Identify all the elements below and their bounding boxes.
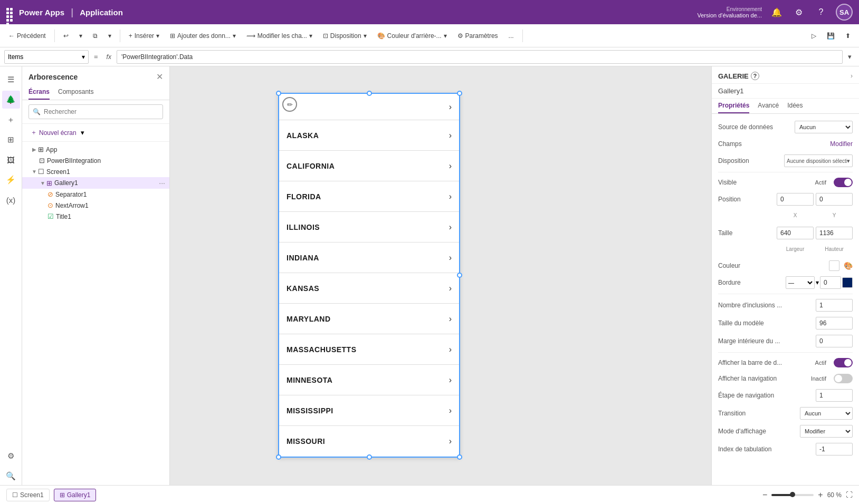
preview-button[interactable]: ▷	[807, 30, 820, 42]
layout-label: Disposition	[718, 157, 780, 164]
props-expand-icon[interactable]: ›	[851, 72, 853, 80]
back-button[interactable]: ← Précédent	[4, 30, 50, 42]
tree-item-nextarrow1[interactable]: ⊙ NextArrow1	[22, 200, 169, 211]
tree-item-gallery1[interactable]: ▼ ⊞ Gallery1 ···	[22, 177, 169, 189]
resize-handle-tl[interactable]	[276, 91, 281, 96]
tab-advanced[interactable]: Avancé	[758, 99, 779, 113]
source-select[interactable]: Aucun	[795, 121, 853, 133]
more-button[interactable]: ...	[504, 30, 518, 42]
undo-button[interactable]: ↩	[59, 30, 73, 42]
list-item[interactable]: ILLINOIS ›	[279, 212, 459, 243]
color-swatch[interactable]	[829, 260, 839, 271]
insert-button[interactable]: + Insérer ▾	[125, 30, 164, 42]
nav-step-input[interactable]	[816, 389, 853, 402]
fullscreen-button[interactable]: ⛶	[846, 491, 853, 499]
color-picker-icon[interactable]: 🎨	[844, 261, 853, 270]
copy-dropdown[interactable]: ▾	[104, 30, 116, 42]
sidebar-btn-settings[interactable]: ⚙	[2, 447, 20, 465]
list-item[interactable]: KANSAS ›	[279, 273, 459, 304]
list-item[interactable]: FLORIDA ›	[279, 181, 459, 212]
nav-toggle[interactable]	[834, 374, 853, 383]
sidebar-btn-search[interactable]: 🔍	[2, 467, 20, 485]
border-width-input[interactable]	[820, 276, 841, 289]
avatar[interactable]: SA	[836, 4, 853, 21]
inclusions-input[interactable]	[816, 299, 853, 312]
undo-dropdown[interactable]: ▾	[75, 30, 87, 42]
tab-components[interactable]: Composants	[58, 85, 93, 100]
gallery-item-template[interactable]: ›	[279, 94, 459, 120]
tree-close-icon[interactable]: ✕	[156, 72, 163, 82]
resize-handle-tr[interactable]	[457, 91, 462, 96]
arrow-icon: ›	[449, 253, 452, 263]
parameters-button[interactable]: ⚙ Paramètres	[453, 30, 502, 42]
gallery-edit-button[interactable]: ✏	[282, 97, 297, 112]
border-style-select[interactable]: —	[786, 276, 815, 289]
sidebar-btn-insert[interactable]: ＋	[2, 111, 20, 129]
sidebar-btn-powerautomate[interactable]: ⚡	[2, 171, 20, 189]
zoom-slider[interactable]	[771, 494, 814, 496]
model-size-input[interactable]	[816, 317, 853, 329]
transition-select[interactable]: Aucun	[800, 407, 853, 420]
tree-item-title1[interactable]: ☑ Title1	[22, 211, 169, 222]
sidebar-btn-menu[interactable]: ☰	[2, 71, 20, 89]
publish-button[interactable]: ⬆	[841, 30, 855, 42]
display-mode-select[interactable]: Modifier	[800, 425, 853, 438]
sidebar-btn-variables[interactable]: (x)	[2, 191, 20, 209]
save-button[interactable]: 💾	[823, 30, 839, 42]
sidebar-btn-tree[interactable]: 🌲	[2, 91, 20, 109]
list-item[interactable]: ALASKA ›	[279, 120, 459, 151]
margin-input[interactable]	[816, 335, 853, 347]
sidebar-btn-data[interactable]: ⊞	[2, 131, 20, 149]
border-color-swatch[interactable]	[842, 277, 853, 288]
tab-index-input[interactable]	[816, 443, 853, 455]
tab-screens[interactable]: Écrans	[28, 85, 50, 100]
props-help-icon[interactable]: ?	[751, 72, 759, 80]
tab-properties[interactable]: Propriétés	[718, 99, 749, 113]
layout-select[interactable]: Aucune disposition sélectionnée ▾	[784, 154, 853, 167]
layout-button[interactable]: ⊡ Disposition ▾	[319, 30, 371, 42]
pos-x-input[interactable]	[777, 193, 814, 206]
list-item[interactable]: MASSACHUSETTS ›	[279, 334, 459, 365]
zoom-in-button[interactable]: +	[818, 490, 823, 500]
tab-gallery1[interactable]: ⊞ Gallery1	[54, 489, 97, 501]
width-input[interactable]	[777, 227, 814, 239]
pos-y-input[interactable]	[816, 193, 853, 206]
list-item[interactable]: MARYLAND ›	[279, 304, 459, 334]
tree-item-separator1[interactable]: ⊘ Separator1	[22, 189, 169, 200]
resize-handle-top[interactable]	[367, 91, 372, 96]
resize-handle-right[interactable]	[457, 273, 462, 278]
list-item[interactable]: MISSISSIPPI ›	[279, 395, 459, 426]
settings-icon[interactable]: ⚙	[791, 5, 806, 20]
resize-handle-br[interactable]	[457, 454, 462, 460]
visible-toggle[interactable]	[834, 178, 853, 187]
add-data-button[interactable]: ⊞ Ajouter des donn... ▾	[166, 30, 240, 42]
notification-icon[interactable]: 🔔	[769, 5, 784, 20]
zoom-out-button[interactable]: −	[762, 490, 767, 500]
resize-handle-bl[interactable]	[276, 454, 281, 460]
copy-button[interactable]: ⧉	[89, 30, 102, 42]
tree-item-powerbi[interactable]: ⊡ PowerBIIntegration	[22, 155, 169, 166]
search-input[interactable]	[28, 104, 163, 119]
modify-fields-button[interactable]: ⟿ Modifier les cha... ▾	[242, 30, 317, 42]
height-input[interactable]	[816, 227, 853, 239]
sidebar-btn-media[interactable]: 🖼	[2, 151, 20, 169]
property-dropdown[interactable]: Items ▾	[4, 50, 89, 64]
help-icon[interactable]: ?	[814, 5, 828, 20]
list-item[interactable]: INDIANA ›	[279, 243, 459, 273]
tab-ideas[interactable]: Idées	[787, 99, 803, 113]
tab-screen1[interactable]: ☐ Screen1	[6, 489, 50, 501]
properties-panel: GALERIE ? › Gallery1 Propriétés Avancé I…	[711, 66, 859, 485]
list-item[interactable]: MISSOURI ›	[279, 426, 459, 457]
fields-modify-link[interactable]: Modifier	[830, 140, 853, 148]
tree-item-app[interactable]: ▶ ⊞ App	[22, 144, 169, 155]
more-options-icon[interactable]: ···	[159, 179, 165, 187]
formula-expand-icon[interactable]: ▾	[845, 53, 855, 61]
new-screen-button[interactable]: ＋ Nouvel écran	[28, 127, 79, 138]
list-item[interactable]: MINNESOTA ›	[279, 365, 459, 395]
list-item[interactable]: CALIFORNIA ›	[279, 151, 459, 181]
bg-color-button[interactable]: 🎨 Couleur d'arrière-... ▾	[373, 30, 451, 42]
resize-handle-bottom[interactable]	[367, 454, 372, 460]
tree-item-screen1[interactable]: ▼ ☐ Screen1	[22, 166, 169, 177]
scrollbar-toggle[interactable]	[834, 358, 853, 367]
formula-input[interactable]	[117, 50, 843, 64]
